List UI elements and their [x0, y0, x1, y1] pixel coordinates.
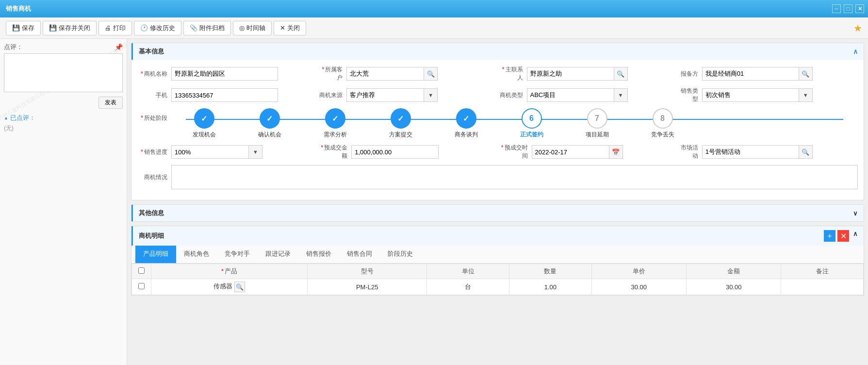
date-picker-button[interactable]: 📅: [609, 145, 623, 159]
col-model: 型号: [307, 264, 427, 279]
row-model: PM-L25: [356, 283, 378, 291]
tab-sales-contract[interactable]: 销售合同: [339, 246, 380, 263]
merchant-name-input[interactable]: [171, 67, 278, 81]
stage-1-circle: ✓: [194, 108, 214, 129]
main-contact-search-button[interactable]: 🔍: [614, 67, 628, 81]
phone-input[interactable]: [171, 88, 278, 102]
detail-delete-button[interactable]: ✕: [837, 230, 849, 242]
report-to-input[interactable]: [702, 67, 799, 81]
tab-stage-history[interactable]: 阶段历史: [380, 246, 421, 263]
save-close-button[interactable]: 💾 保存并关闭: [43, 21, 97, 35]
tab-follow-record[interactable]: 跟进记录: [258, 246, 298, 263]
phone-label: 手机: [137, 91, 171, 100]
pin-icon[interactable]: 📌: [115, 43, 123, 51]
opportunity-type-label: 商机类型: [498, 91, 527, 100]
basic-info-title: 基本信息: [139, 47, 164, 56]
attachment-icon: 📎: [190, 24, 197, 32]
phone-cell: 手机: [137, 88, 317, 102]
sales-type-input[interactable]: [702, 88, 799, 102]
progress-dropdown-button[interactable]: ▼: [249, 145, 262, 159]
col-qty: 数量: [509, 264, 592, 279]
customer-input[interactable]: [346, 67, 424, 81]
stage-items: ✓ 发现机会 ✓ 确认机会 ✓ 需求分析: [171, 108, 858, 139]
stage-4-circle: ✓: [391, 108, 411, 129]
submit-comment-button[interactable]: 发表: [98, 97, 123, 109]
select-all-checkbox[interactable]: [138, 267, 145, 274]
col-checkbox: [132, 264, 151, 279]
sales-type-label: 销售类型: [678, 87, 702, 103]
progress-label: 销售进度: [137, 148, 171, 156]
toolbar: 💾 保存 💾 保存并关闭 🖨 打印 🕐 修改历史 📎 附件归档 ◎ 时间轴 ✕ …: [0, 17, 868, 39]
tab-product-detail[interactable]: 产品明细: [135, 246, 176, 263]
opportunity-type-dropdown-button[interactable]: ▼: [614, 88, 628, 102]
market-activity-label: 市场活动: [678, 144, 702, 160]
star-button[interactable]: ★: [853, 22, 862, 34]
stage-7-circle: 7: [587, 108, 607, 129]
form-row-3: 销售进度 ▼ 预成交金额 预成交时间 📅 市场活动: [137, 144, 858, 160]
existing-comments-label: 已点评：: [4, 114, 123, 122]
stage-8[interactable]: 8 竞争丢失: [630, 108, 695, 139]
stage-4[interactable]: ✓ 方案提交: [368, 108, 433, 139]
close-icon: ✕: [280, 24, 285, 32]
row-unit: 台: [465, 283, 471, 290]
stage-5-label: 商务谈判: [455, 131, 478, 139]
other-info-header[interactable]: 其他信息 ∨: [131, 205, 864, 221]
stage-3[interactable]: ✓ 需求分析: [302, 108, 368, 139]
maximize-button[interactable]: □: [844, 4, 852, 13]
print-button[interactable]: 🖨 打印: [98, 21, 132, 35]
save-close-icon: 💾: [49, 24, 57, 32]
row-unit-cell: 台: [427, 279, 509, 295]
expected-amount-input[interactable]: [351, 145, 439, 159]
col-unit: 单位: [427, 264, 509, 279]
tab-competitor[interactable]: 竞争对手: [217, 246, 258, 263]
progress-cell: 销售进度 ▼: [137, 145, 317, 159]
stage-2-circle: ✓: [260, 108, 280, 129]
market-activity-search-button[interactable]: 🔍: [799, 145, 813, 159]
report-to-label: 报备方: [678, 70, 702, 78]
stage-5[interactable]: ✓ 商务谈判: [433, 108, 499, 139]
timeline-icon: ◎: [239, 24, 245, 32]
row-product-search[interactable]: 🔍: [234, 282, 245, 292]
situation-label: 商机情况: [137, 173, 171, 182]
save-button[interactable]: 💾 保存: [6, 21, 41, 35]
close-window-button[interactable]: ✕: [855, 4, 864, 13]
source-label: 商机来源: [317, 91, 346, 100]
timeline-button[interactable]: ◎ 时间轴: [233, 21, 272, 35]
row-product-cell: 传感器 🔍: [151, 279, 308, 295]
stage-2[interactable]: ✓ 确认机会: [237, 108, 302, 139]
source-dropdown-button[interactable]: ▼: [424, 88, 438, 102]
source-input[interactable]: [346, 88, 424, 102]
tab-sales-quote[interactable]: 销售报价: [298, 246, 339, 263]
row-checkbox-cell: [132, 279, 151, 295]
other-info-section: 其他信息 ∨: [131, 204, 864, 222]
stage-1[interactable]: ✓ 发现机会: [171, 108, 237, 139]
main-contact-input[interactable]: [527, 67, 614, 81]
tab-merchant-role[interactable]: 商机角色: [176, 246, 217, 263]
progress-input[interactable]: [171, 145, 249, 159]
detail-tabs: 产品明细 商机角色 竞争对手 跟进记录 销售报价 销售合同 阶段历史: [131, 246, 864, 264]
comment-textarea[interactable]: [4, 53, 123, 92]
stage-6[interactable]: 6 正式签约: [499, 108, 564, 139]
basic-info-header[interactable]: 基本信息 ∧: [131, 43, 864, 60]
stage-8-circle: 8: [653, 108, 673, 129]
detail-add-button[interactable]: ＋: [824, 230, 835, 242]
report-to-search-button[interactable]: 🔍: [799, 67, 813, 81]
modify-history-button[interactable]: 🕐 修改历史: [134, 21, 181, 35]
market-activity-input[interactable]: [702, 145, 799, 159]
minimize-button[interactable]: ─: [832, 4, 841, 13]
expected-time-cell: 预成交时间 📅: [498, 144, 678, 160]
customer-search-button[interactable]: 🔍: [424, 67, 438, 81]
row-checkbox[interactable]: [138, 283, 145, 289]
situation-textarea[interactable]: [171, 165, 858, 189]
close-button[interactable]: ✕ 关闭: [274, 21, 306, 35]
customer-cell: 所属客户 🔍: [317, 66, 497, 82]
sales-type-dropdown-button[interactable]: ▼: [799, 88, 813, 102]
expected-time-input[interactable]: [532, 145, 609, 159]
stage-7[interactable]: 7 项目延期: [564, 108, 630, 139]
stage-label: 所处阶段: [137, 114, 171, 122]
main-contact-label: 主联系人: [498, 66, 527, 82]
opportunity-type-input[interactable]: [527, 88, 614, 102]
attachments-button[interactable]: 📎 附件归档: [183, 21, 231, 35]
other-info-title: 其他信息: [139, 209, 164, 217]
row-model-cell: PM-L25: [307, 279, 427, 295]
